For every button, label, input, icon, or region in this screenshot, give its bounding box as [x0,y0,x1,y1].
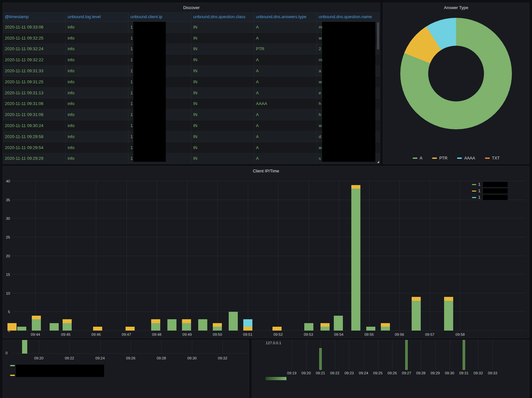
table-cell: 2020-11-11 09:29:29 [3,153,66,164]
bar-segment-series-green [22,340,27,354]
column-header[interactable]: @timestamp [3,12,66,21]
bar[interactable] [272,181,282,331]
series-label-127-0-0-1: 127.0.0.1 [266,341,281,345]
client-chart-plot[interactable] [13,181,526,331]
legend-item[interactable] [10,361,15,370]
discover-panel: Discover @timestampunbound.log.levelunbo… [3,3,380,164]
answer-type-panel-title[interactable]: Answer Type [383,3,529,12]
client-chart-legend: 111 [472,181,508,201]
column-header[interactable]: unbound.dns.answers.type [254,12,317,21]
bar[interactable] [412,181,421,331]
legend-item-txt[interactable]: TXT [485,156,500,160]
bar[interactable] [7,181,17,331]
bar[interactable] [304,181,313,331]
table-scrollbar-thumb[interactable] [377,22,379,50]
bar[interactable] [243,181,252,331]
legend-item-aaaa[interactable]: AAAA [457,156,475,160]
bar[interactable] [17,181,26,331]
x-axis-label: 09:20 [34,356,43,360]
bar-segment-client-ip-1 [167,319,176,331]
bar[interactable] [444,181,453,331]
gridline-vertical [478,340,478,370]
bar[interactable] [63,181,72,331]
bottom-right-plot[interactable] [263,340,528,370]
x-axis-label: 09:32 [218,356,227,360]
legend-item[interactable] [10,370,15,380]
bar[interactable] [93,181,102,331]
x-axis-label: 09:44 [31,333,40,336]
table-cell: info [66,22,129,32]
answer-type-donut[interactable] [400,18,512,129]
bar[interactable] [320,181,330,331]
bar[interactable] [22,340,27,354]
table-cell: info [66,131,129,142]
bottom-left-legend [10,361,15,380]
bar-segment-127.0.0.1 [463,340,465,370]
table-cell: A [254,109,317,120]
bar[interactable] [151,181,160,331]
gridline-vertical [292,340,292,370]
client-ip-time-panel-title[interactable]: Client IP/Time [3,166,529,175]
bar-segment-client-ip-3 [243,319,252,327]
discover-panel-title[interactable]: Discover [3,3,380,12]
gridline-vertical [450,340,450,370]
bar-segment-client-ip-1 [351,189,360,331]
panel-resize-handle[interactable] [377,161,379,163]
bar[interactable] [50,181,59,331]
table-cell: 2020-11-11 09:29:58 [3,131,66,142]
table-cell: A [254,142,317,153]
legend-item[interactable]: 1 [472,181,508,188]
gridline-vertical [223,340,223,354]
bar-segment-client-ip-2 [381,323,390,327]
bar[interactable] [381,181,390,331]
column-header[interactable]: unbound.dns.question.class [191,12,254,21]
legend-label: 1 [478,189,480,193]
client-chart-xaxis: 09:4409:4509:4609:4709:4809:4909:5009:51… [13,333,526,337]
bar-segment-client-ip-2 [151,319,160,323]
x-axis-label: 09:24 [359,371,368,375]
bar[interactable] [366,181,375,331]
bar[interactable] [405,340,408,370]
gridline-vertical [460,181,460,331]
bar-segment-client-ip-2 [320,323,330,327]
legend-item-ptr[interactable]: PTR [432,156,447,160]
bar-segment-client-ip-1 [182,323,191,331]
bar[interactable] [334,181,343,331]
column-header[interactable]: unbound.dns.question.name [317,12,380,21]
bar[interactable] [198,181,207,331]
legend-item[interactable]: 1 [472,188,508,194]
legend-item-a[interactable]: A [413,156,422,160]
bar[interactable] [182,181,191,331]
bar[interactable] [126,181,135,331]
table-cell: IN [191,131,254,142]
x-axis-label: 09:20 [301,371,311,375]
donut-hole [428,46,484,101]
x-axis-label: 09:55 [364,333,374,336]
bar[interactable] [463,340,465,370]
gridline-vertical [421,340,421,370]
bar-segment-client-ip-2 [444,297,453,301]
table-cell: info [66,33,129,43]
table-cell: info [66,153,129,164]
bar[interactable] [213,181,222,331]
x-axis-label: 09:48 [152,333,162,336]
bar[interactable] [167,181,176,331]
gridline-vertical [364,340,364,370]
x-axis-label: 09:49 [182,333,192,336]
x-axis-label: 09:47 [122,333,131,336]
bar[interactable] [351,181,360,331]
table-cell: info [66,54,129,65]
legend-color-dash [472,184,476,185]
x-axis-label: 09:19 [287,371,296,375]
x-axis-label: 09:46 [91,333,101,336]
table-cell: 2020-11-11 09:31:33 [3,65,66,76]
bar[interactable] [229,181,238,331]
legend-color-dash [457,158,462,159]
bar-segment-client-ip-1 [412,301,421,331]
bar[interactable] [319,340,321,370]
bar[interactable] [32,181,41,331]
bottom-left-plot[interactable] [12,340,247,354]
column-header[interactable]: unbound.log.level [66,12,129,21]
column-header[interactable]: unbound.client.ip [128,12,191,21]
legend-item[interactable]: 1 [472,194,508,201]
